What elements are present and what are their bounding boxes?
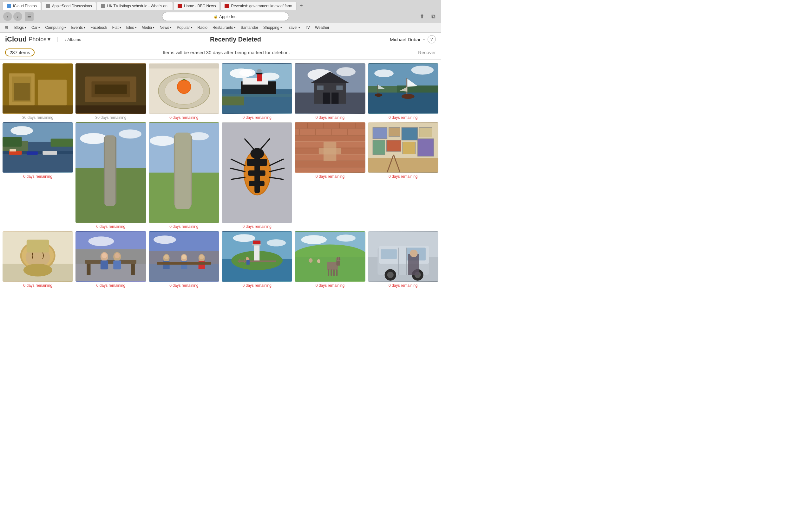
svg-rect-38 [323, 93, 330, 104]
photo-label: 0 days remaining [96, 224, 125, 229]
list-item[interactable]: 0 days remaining [222, 63, 292, 120]
list-item[interactable]: 0 days remaining [3, 231, 73, 288]
list-item[interactable]: 0 days remaining [75, 122, 146, 229]
list-item[interactable]: 30 days remaining [3, 63, 73, 120]
list-item[interactable]: 0 days remaining [3, 122, 73, 229]
forward-button[interactable]: › [13, 12, 22, 21]
bookmark-tv[interactable]: TV [303, 25, 312, 31]
bookmark-isles[interactable]: Isles ▾ [124, 25, 139, 31]
photo-thumb[interactable] [295, 122, 365, 173]
list-item[interactable]: 0 days remaining [149, 231, 219, 288]
tab-appleseed[interactable]: AppleSeed Discussions [42, 1, 96, 10]
list-item[interactable]: 0 days remaining [295, 122, 365, 229]
svg-rect-176 [252, 244, 261, 245]
list-item[interactable]: 0 days remaining [368, 231, 438, 288]
svg-point-199 [317, 259, 320, 263]
photo-thumb[interactable] [368, 63, 438, 114]
new-window-button[interactable]: ⧉ [429, 12, 438, 21]
list-item[interactable]: 0 days remaining [368, 63, 438, 120]
photo-thumb[interactable] [75, 63, 146, 114]
list-item[interactable]: 0 days remaining [149, 122, 219, 229]
bookmark-popular-label: Popular [177, 25, 190, 30]
list-item[interactable]: 0 days remaining [222, 122, 292, 229]
icloud-wordmark: iCloud [5, 35, 27, 43]
share-button[interactable]: ⬆ [417, 12, 426, 21]
photo-thumb[interactable] [222, 231, 292, 282]
svg-rect-125 [419, 127, 432, 137]
photo-thumb[interactable] [3, 122, 73, 173]
tab-revealed[interactable]: Revealed: government knew of farm... [220, 1, 297, 10]
svg-rect-128 [403, 142, 415, 154]
svg-point-28 [257, 69, 262, 72]
help-button[interactable]: ? [427, 35, 436, 43]
svg-rect-137 [27, 240, 49, 252]
bookmark-travel-arrow: ▾ [299, 26, 300, 29]
new-tab-button[interactable]: + [297, 2, 305, 9]
list-item[interactable]: 0 days remaining [222, 231, 292, 288]
list-item[interactable]: 0 days remaining [295, 63, 365, 120]
bookmark-news[interactable]: News ▾ [157, 25, 174, 31]
address-bar[interactable]: 🔒 Apple Inc. [162, 12, 289, 21]
photo-thumb[interactable] [222, 63, 292, 114]
photo-thumb[interactable] [149, 231, 219, 282]
bookmark-travel[interactable]: Travel ▾ [285, 25, 303, 31]
page-title-area: Recently Deleted [85, 36, 386, 43]
back-button[interactable]: ‹ [3, 12, 12, 21]
bookmark-flat[interactable]: Flat ▾ [110, 25, 124, 31]
photos-label[interactable]: Photos ▾ [29, 36, 50, 43]
svg-point-70 [80, 133, 107, 144]
bookmarks-grid-icon[interactable]: ⊞ [4, 25, 8, 30]
photo-thumb[interactable] [149, 63, 219, 114]
photo-thumb[interactable] [222, 122, 292, 223]
photo-thumb[interactable] [368, 122, 438, 173]
tab-bbcnews[interactable]: Home - BBC News [173, 1, 220, 10]
bookmark-shopping[interactable]: Shopping ▾ [261, 25, 285, 31]
svg-point-149 [102, 253, 107, 258]
bookmark-events[interactable]: Events ▾ [68, 25, 88, 31]
photo-thumb[interactable] [149, 122, 219, 223]
bookmark-santander[interactable]: Santander [238, 25, 261, 31]
tab-icloud-photos[interactable]: iCloud Photos [3, 1, 41, 10]
photo-thumb[interactable] [3, 63, 73, 114]
photo-thumb[interactable] [75, 231, 146, 282]
photo-thumb[interactable] [368, 231, 438, 282]
bookmark-media[interactable]: Media ▾ [139, 25, 157, 31]
bookmark-facebook[interactable]: Facebook [88, 25, 110, 31]
svg-rect-126 [373, 140, 385, 154]
bookmark-radio[interactable]: Radio [195, 25, 210, 31]
bookmark-popular[interactable]: Popular ▾ [174, 25, 195, 31]
svg-point-77 [150, 135, 175, 146]
item-count-badge: 287 items [5, 49, 35, 56]
bookmark-computing[interactable]: Computing ▾ [43, 25, 68, 31]
sidebar-toggle-button[interactable]: ☰ [25, 12, 34, 21]
tab-favicon-bbcnews [177, 4, 182, 8]
recover-button[interactable]: Recover [418, 50, 436, 55]
svg-rect-182 [247, 260, 250, 265]
bookmark-shopping-label: Shopping [263, 25, 280, 30]
photo-thumb[interactable] [295, 63, 365, 114]
tab-favicon-tvlistings [101, 4, 105, 8]
bookmark-weather[interactable]: Weather [312, 25, 332, 31]
bookmark-restaurants[interactable]: Restaurants ▾ [210, 25, 238, 31]
photo-thumb[interactable] [295, 231, 365, 282]
svg-point-155 [154, 236, 176, 244]
list-item[interactable]: 0 days remaining [368, 122, 438, 229]
list-item[interactable]: 0 days remaining [75, 231, 146, 288]
svg-rect-177 [238, 261, 276, 262]
photo-label: 0 days remaining [316, 115, 345, 120]
list-item[interactable]: 0 days remaining [149, 63, 219, 120]
bookmark-blogs[interactable]: Blogs ▾ [12, 25, 29, 31]
list-item[interactable]: 0 days remaining [295, 231, 365, 288]
tab-tvlistings[interactable]: UK TV listings schedule - What's on... [97, 1, 173, 10]
list-item[interactable]: 30 days remaining [75, 63, 146, 120]
photo-thumb[interactable] [75, 122, 146, 223]
browser-chrome: iCloud Photos AppleSeed Discussions UK T… [0, 0, 441, 33]
svg-rect-122 [373, 127, 387, 138]
bookmark-media-label: Media [142, 25, 152, 30]
bookmark-car[interactable]: Car ▾ [29, 25, 43, 31]
back-to-albums-button[interactable]: ‹ Albums [65, 37, 81, 42]
bookmark-santander-label: Santander [241, 25, 258, 30]
svg-rect-102 [295, 129, 365, 135]
nav-divider: | [57, 37, 58, 42]
photo-thumb[interactable] [3, 231, 73, 282]
